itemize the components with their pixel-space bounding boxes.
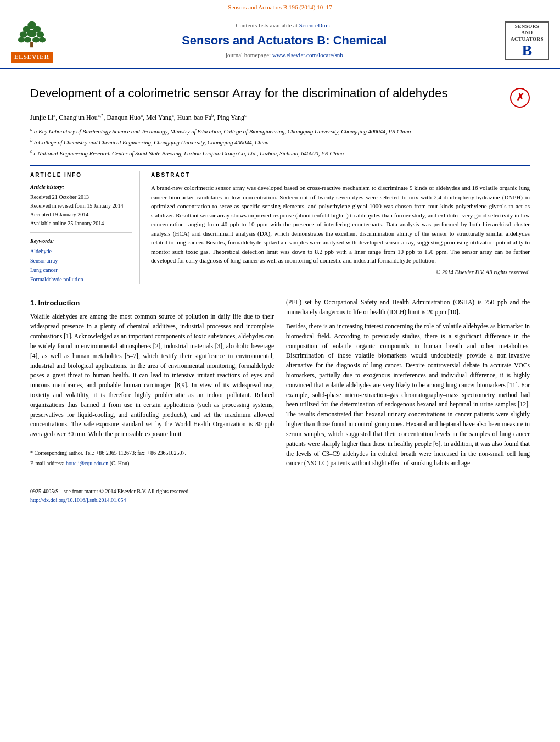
keyword-1: Aldehyde — [30, 247, 132, 256]
affiliation-c: c c National Engineering Research Center… — [30, 148, 530, 158]
copyright-line: © 2014 Elsevier B.V. All rights reserved… — [151, 269, 530, 277]
affiliation-a: a a Key Laboratory of Biorheology Scienc… — [30, 126, 530, 136]
sensors-logo-line1: SENSORSANDACTUATORS — [511, 24, 544, 43]
svg-point-8 — [24, 37, 31, 43]
keyword-4: Formaldehyde pollution — [30, 275, 132, 284]
journal-center-header: Contents lists available at ScienceDirec… — [64, 21, 505, 60]
svg-point-6 — [37, 32, 44, 38]
svg-point-10 — [39, 37, 46, 43]
crossmark-icon: ✗ — [516, 91, 524, 104]
crossmark-badge[interactable]: ✗ — [510, 88, 530, 108]
svg-rect-11 — [30, 42, 33, 48]
accepted-date: Accepted 19 January 2014 — [30, 210, 132, 219]
footnote-section: * Corresponding author. Tel.: +86 2365 1… — [30, 445, 274, 467]
intro-paragraph-2: (PEL) set by Occupational Safety and Hea… — [286, 298, 530, 317]
keywords-label: Keywords: — [30, 237, 132, 245]
svg-point-9 — [32, 37, 40, 43]
sensors-logo-b: B — [522, 43, 532, 58]
article-title: Development of a colorimetric sensor Arr… — [30, 86, 505, 102]
section-divider — [30, 292, 530, 292]
body-left-column: 1. Introduction Volatile aldehydes are a… — [30, 298, 274, 473]
intro-section-title: 1. Introduction — [30, 298, 274, 309]
keywords-block: Keywords: Aldehyde Sensor array Lung can… — [30, 237, 132, 284]
article-title-section: Development of a colorimetric sensor Arr… — [30, 80, 530, 108]
available-date: Available online 25 January 2014 — [30, 219, 132, 228]
authors-line: Junjie Lia, Changjun Houa,*, Danqun Huoa… — [30, 112, 530, 122]
info-abstract-section: ARTICLE INFO Article history: Received 2… — [30, 165, 530, 284]
abstract-heading: ABSTRACT — [151, 171, 530, 179]
sciencedirect-link: Contents lists available at ScienceDirec… — [64, 21, 505, 30]
corresponding-note: * Corresponding author. Tel.: +86 2365 1… — [30, 449, 274, 458]
received-date: Received 21 October 2013 — [30, 193, 132, 202]
body-two-columns: 1. Introduction Volatile aldehydes are a… — [30, 298, 530, 473]
sensors-actuators-logo: SENSORSANDACTUATORS B — [505, 21, 549, 60]
affiliations: a a Key Laboratory of Biorheology Scienc… — [30, 126, 530, 158]
history-label: Article history: — [30, 183, 132, 191]
keyword-2: Sensor array — [30, 256, 132, 265]
email-link[interactable]: houc j@cqu.edu.cn — [66, 460, 108, 466]
elsevier-wordmark: ELSEVIER — [11, 52, 53, 62]
article-history-block: Article history: Received 21 October 201… — [30, 183, 132, 233]
elsevier-logo: ELSEVIER — [11, 19, 53, 62]
article-content: Development of a colorimetric sensor Arr… — [0, 69, 560, 484]
keyword-3: Lung cancer — [30, 265, 132, 275]
intro-paragraph-1: Volatile aldehydes are among the most co… — [30, 312, 274, 439]
journal-homepage-line: journal homepage: www.elsevier.com/locat… — [64, 51, 505, 59]
doi-link[interactable]: http://dx.doi.org/10.1016/j.snb.2014.01.… — [30, 496, 530, 504]
abstract-column: ABSTRACT A brand-new colorimetric sensor… — [151, 171, 530, 284]
sciencedirect-anchor[interactable]: ScienceDirect — [299, 22, 333, 29]
page-footer: 0925-4005/$ – see front matter © 2014 El… — [0, 484, 560, 507]
journal-citation-text: Sensors and Actuators B 196 (2014) 10–17 — [228, 4, 332, 10]
svg-point-5 — [27, 30, 36, 38]
intro-paragraph-3: Besides, there is an increasing interest… — [286, 322, 530, 468]
received-revised-date: Received in revised form 15 January 2014 — [30, 202, 132, 210]
issn-notice: 0925-4005/$ – see front matter © 2014 El… — [30, 488, 530, 495]
email-note: E-mail address: houc j@cqu.edu.cn (C. Ho… — [30, 459, 274, 468]
abstract-text: A brand-new colorimetric sensor array wa… — [151, 183, 530, 265]
affiliation-b: b b College of Chemistry and Chemical En… — [30, 137, 530, 147]
journal-header: ELSEVIER Contents lists available at Sci… — [0, 13, 560, 69]
journal-citation-bar: Sensors and Actuators B 196 (2014) 10–17 — [0, 0, 560, 13]
article-info-heading: ARTICLE INFO — [30, 171, 132, 179]
journal-name-heading: Sensors and Actuators B: Chemical — [64, 32, 505, 49]
article-info-column: ARTICLE INFO Article history: Received 2… — [30, 171, 140, 284]
body-right-column: (PEL) set by Occupational Safety and Hea… — [286, 298, 530, 473]
elsevier-tree-icon — [16, 19, 48, 51]
journal-homepage-link[interactable]: www.elsevier.com/locate/snb — [272, 52, 343, 58]
svg-point-7 — [18, 37, 25, 43]
svg-point-4 — [20, 32, 27, 38]
